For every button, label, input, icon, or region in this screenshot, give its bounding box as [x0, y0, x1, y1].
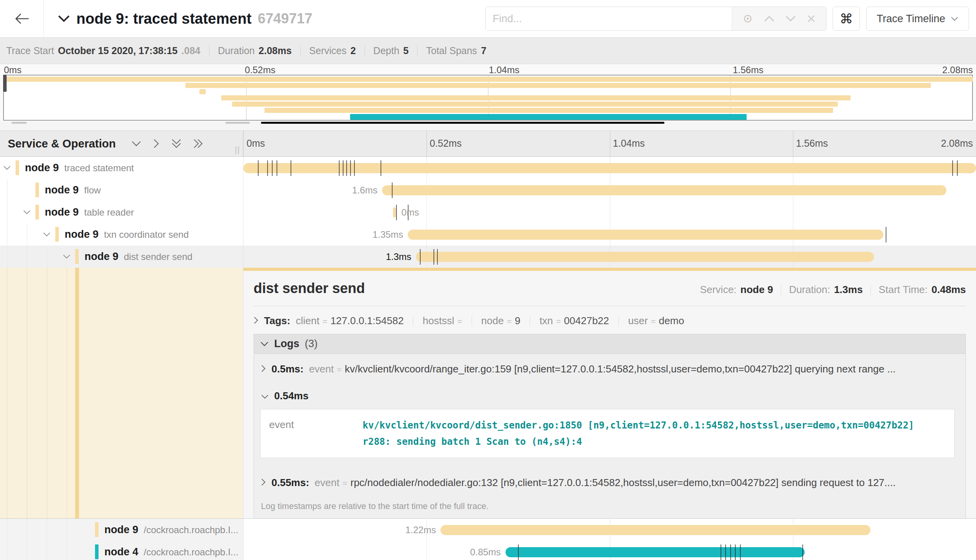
minimap-drag-handle[interactable] — [12, 122, 26, 124]
log-marker-tick — [272, 160, 273, 176]
log-marker-tick — [350, 160, 351, 176]
span-name-cell[interactable]: node 9/cockroach.roachpb.I... — [0, 519, 243, 541]
minimap-tick-label: 0ms — [4, 65, 21, 75]
find-next-icon[interactable] — [785, 15, 796, 22]
span-timeline-cell[interactable]: 1.35ms — [243, 223, 976, 246]
span-duration-bar[interactable] — [416, 252, 874, 262]
log-entry[interactable]: 0.55ms:event=rpc/nodedialer/nodedialer.g… — [254, 467, 965, 497]
span-timeline-cell[interactable]: 0.85ms — [243, 541, 976, 560]
span-row[interactable]: node 9dist sender send1.3ms — [0, 246, 976, 268]
summary-item: Total Spans7 — [426, 45, 486, 56]
meta-value: 0.48ms — [932, 284, 966, 296]
span-operation-name: txn coordinator send — [104, 229, 189, 240]
span-duration-bar[interactable] — [243, 163, 976, 173]
span-duration-bar[interactable] — [440, 525, 870, 535]
span-duration-bar[interactable] — [382, 185, 946, 195]
summary-divider — [365, 46, 365, 56]
log-marker-tick — [437, 249, 438, 265]
tags-label: Tags: — [264, 315, 290, 327]
span-expand-chevron-icon[interactable] — [23, 210, 31, 215]
span-name-cell[interactable]: node 9dist sender send — [0, 246, 243, 268]
log-marker-tick — [343, 160, 344, 176]
log-entry-expanded-header[interactable]: 0.54ms — [254, 384, 965, 407]
span-expand-chevron-icon[interactable] — [3, 165, 11, 170]
page-title: node 9: traced statement — [76, 11, 252, 27]
tag-item[interactable]: node=9 — [481, 315, 521, 327]
ruler-tick-label: 1.56ms — [796, 138, 828, 149]
span-service-name: node 9 — [25, 162, 59, 174]
span-row[interactable]: node 9/cockroach.roachpb.I...1.22ms — [0, 519, 976, 541]
span-detail-title: dist sender send — [254, 280, 365, 297]
command-icon: ⌘ — [840, 11, 853, 26]
keyboard-shortcuts-button[interactable]: ⌘ — [833, 7, 860, 31]
span-expand-chevron-icon[interactable] — [43, 232, 51, 237]
summary-value-suffix: .084 — [181, 45, 201, 56]
tag-value: demo — [659, 315, 684, 327]
minimap-span-bar — [350, 114, 747, 120]
find-focus-icon[interactable] — [743, 14, 753, 24]
span-timeline-cell[interactable] — [243, 157, 976, 179]
logs-header[interactable]: Logs (3) — [254, 334, 965, 354]
log-entry[interactable]: 0.5ms:event=kv/kvclient/kvcoord/range_it… — [254, 354, 965, 384]
timeline-ruler: 0ms0.52ms1.04ms1.56ms2.08ms — [243, 131, 976, 156]
span-row[interactable]: node 9flow1.6ms — [0, 179, 976, 201]
summary-divider — [209, 46, 210, 56]
minimap-scrubber-handle[interactable] — [3, 75, 7, 92]
back-button[interactable] — [0, 0, 44, 37]
log-marker-tick — [277, 160, 277, 176]
span-row[interactable]: node 9traced statement — [0, 157, 976, 179]
span-expand-chevron-icon[interactable] — [63, 254, 70, 259]
tree-guide-line — [7, 201, 7, 223]
collapse-all-icon[interactable] — [171, 139, 181, 149]
expand-one-icon[interactable] — [153, 139, 160, 149]
chevron-right-icon — [261, 365, 266, 372]
logs-footnote: Log timestamps are relative to the start… — [254, 497, 965, 518]
meta-divider — [870, 285, 871, 295]
tag-item[interactable]: hostssl= — [423, 315, 462, 327]
tag-item[interactable]: user=demo — [628, 315, 684, 327]
find-clear-icon[interactable] — [807, 14, 816, 23]
span-timeline-cell[interactable]: 1.3ms — [243, 246, 976, 268]
span-row[interactable]: node 9table reader0ms — [0, 201, 976, 223]
summary-label: Duration — [218, 45, 255, 56]
find-prev-icon[interactable] — [764, 15, 775, 22]
summary-value: 7 — [481, 45, 486, 56]
minimap-canvas[interactable] — [3, 75, 973, 121]
tag-key: txn — [539, 315, 553, 327]
minimap-drag-handle[interactable] — [226, 122, 250, 124]
expand-all-icon[interactable] — [193, 139, 203, 149]
span-name-cell[interactable]: node 4/cockroach.roachpb.I... — [0, 541, 243, 560]
span-name-cell[interactable]: node 9txn coordinator send — [0, 223, 243, 246]
log-marker-tick — [721, 544, 721, 560]
span-name-cell[interactable]: node 9table reader — [0, 201, 243, 223]
span-timeline-cell[interactable]: 0ms — [243, 201, 976, 223]
span-duration-bar[interactable] — [506, 547, 805, 557]
view-selector-button[interactable]: Trace Timeline — [866, 7, 969, 31]
span-row[interactable]: node 4/cockroach.roachpb.I...0.85ms — [0, 541, 976, 560]
column-resizer-grip[interactable] — [235, 146, 239, 154]
span-duration-label: 1.3ms — [386, 251, 411, 262]
minimap-span-bar — [264, 108, 833, 113]
tag-key: node — [481, 315, 504, 327]
span-duration-bar[interactable] — [393, 207, 396, 218]
span-name-cell[interactable]: node 9flow — [0, 179, 243, 201]
span-timeline-cell[interactable]: 1.22ms — [243, 519, 976, 541]
equals-sign: = — [651, 317, 655, 326]
span-duration-bar[interactable] — [408, 230, 883, 240]
trace-summary-bar: Trace StartOctober 15 2020, 17:38:15.084… — [0, 38, 976, 64]
log-marker-tick — [267, 160, 268, 176]
log-timestamp: 0.55ms: — [271, 477, 309, 489]
log-marker-tick — [291, 160, 291, 176]
span-name-cell[interactable]: node 9traced statement — [0, 157, 243, 179]
scroll-position-indicator[interactable] — [261, 122, 664, 124]
find-input[interactable] — [486, 7, 732, 30]
tag-item[interactable]: txn=00427b22 — [539, 315, 609, 327]
span-row[interactable]: node 9txn coordinator send1.35ms — [0, 223, 976, 246]
collapse-one-icon[interactable] — [131, 140, 141, 147]
meta-value: 1.3ms — [834, 284, 863, 296]
tag-item[interactable]: client=127.0.0.1:54582 — [296, 315, 403, 327]
span-timeline-cell[interactable]: 1.6ms — [243, 179, 976, 201]
collapse-trace-chevron-icon[interactable] — [58, 15, 70, 23]
span-operation-name: /cockroach.roachpb.I... — [144, 547, 238, 558]
tags-row[interactable]: Tags:client=127.0.0.1:54582hostssl=node=… — [254, 315, 966, 327]
